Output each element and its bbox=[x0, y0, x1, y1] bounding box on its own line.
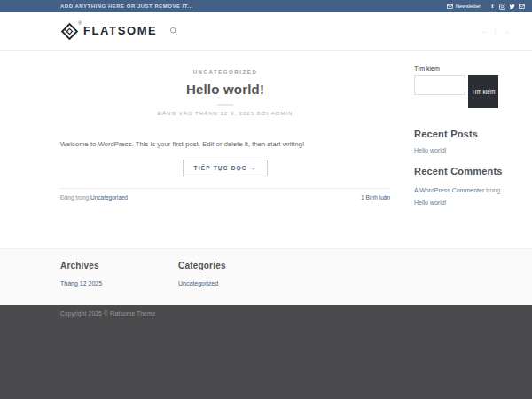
search-input[interactable] bbox=[414, 75, 466, 95]
newsletter-label: Newsletter bbox=[456, 4, 481, 9]
posted-in-category-link[interactable]: Uncategorized bbox=[90, 194, 128, 200]
post-article: UNCATEGORIZED Hello world! ĐĂNG VÀO THÁN… bbox=[60, 59, 390, 248]
comments-link[interactable]: 1 Bình luận bbox=[361, 194, 390, 200]
registered-mark: ® bbox=[78, 20, 82, 26]
facebook-icon[interactable]: f bbox=[489, 4, 496, 10]
footer-categories-widget: Categories Uncategorized bbox=[178, 261, 296, 305]
twitter-icon[interactable] bbox=[509, 4, 515, 10]
post-footer: Đăng trong Uncategorized 1 Bình luận bbox=[60, 188, 390, 200]
instagram-icon[interactable] bbox=[499, 4, 505, 10]
footer-dark-bar: Copyright 2025 © Flatsome Theme bbox=[0, 305, 532, 399]
newsletter-link[interactable]: Newsletter bbox=[447, 4, 481, 9]
archives-link[interactable]: Tháng 12 2025 bbox=[60, 280, 178, 286]
copyright-text: Copyright 2025 © Flatsome Theme bbox=[60, 310, 532, 317]
main-content: UNCATEGORIZED Hello world! ĐĂNG VÀO THÁN… bbox=[0, 51, 532, 248]
comment-post-link[interactable]: Hello world! bbox=[414, 200, 447, 206]
prev-post-arrow-icon[interactable]: ← bbox=[481, 27, 489, 35]
envelope-icon bbox=[447, 4, 453, 9]
categories-link[interactable]: Uncategorized bbox=[178, 280, 296, 286]
site-header: ® FLATSOME ← → bbox=[0, 12, 532, 51]
logo-text: FLATSOME bbox=[83, 21, 157, 40]
recent-posts-title: Recent Posts bbox=[414, 129, 510, 139]
post-category-link[interactable]: UNCATEGORIZED bbox=[193, 69, 258, 74]
read-more-button[interactable]: TIẾP TỤC ĐỌC → bbox=[183, 160, 269, 176]
posted-in: Đăng trong Uncategorized bbox=[60, 194, 128, 200]
recent-comment-item: A WordPress Commenter trong Hello world! bbox=[414, 184, 510, 208]
search-label: Tìm kiếm bbox=[414, 66, 510, 72]
topbar-right-group: Newsletter f bbox=[447, 4, 525, 10]
post-header: UNCATEGORIZED Hello world! ĐĂNG VÀO THÁN… bbox=[60, 59, 390, 116]
social-icons-group: f bbox=[489, 4, 525, 10]
post-meta: ĐĂNG VÀO THÁNG 12 3, 2025 BỞI ADMIN bbox=[60, 111, 390, 116]
top-bar: ADD ANYTHING HERE OR JUST REMOVE IT... N… bbox=[0, 0, 532, 12]
archives-title: Archives bbox=[60, 261, 178, 270]
footer-archives-widget: Archives Tháng 12 2025 bbox=[60, 261, 178, 305]
comment-connector: trong bbox=[486, 187, 500, 193]
categories-title: Categories bbox=[178, 261, 296, 270]
sidebar: Tìm kiếm Tìm kiếm Recent Posts Hello wor… bbox=[414, 59, 510, 248]
header-post-nav: ← → bbox=[481, 27, 510, 36]
readmore-wrap: TIẾP TỤC ĐỌC → bbox=[60, 158, 390, 176]
footer-widgets: Archives Tháng 12 2025 Categories Uncate… bbox=[0, 248, 532, 305]
recent-post-link[interactable]: Hello world! bbox=[414, 147, 510, 153]
topbar-message: ADD ANYTHING HERE OR JUST REMOVE IT... bbox=[60, 4, 193, 9]
post-title[interactable]: Hello world! bbox=[60, 82, 390, 97]
email-icon[interactable] bbox=[519, 4, 525, 10]
flatsome-diamond-icon: ® bbox=[60, 22, 79, 41]
comment-author-link[interactable]: A WordPress Commenter bbox=[414, 187, 484, 193]
title-divider bbox=[217, 104, 233, 106]
site-logo[interactable]: ® FLATSOME bbox=[60, 21, 157, 41]
posted-in-prefix: Đăng trong bbox=[60, 194, 89, 200]
search-form: Tìm kiếm bbox=[414, 75, 510, 108]
search-icon[interactable] bbox=[169, 27, 178, 35]
recent-comments-title: Recent Comments bbox=[414, 166, 510, 176]
next-post-arrow-icon[interactable]: → bbox=[501, 27, 510, 35]
nav-divider bbox=[495, 27, 496, 36]
post-excerpt: Welcome to WordPress. This is your first… bbox=[60, 140, 390, 148]
search-submit-button[interactable]: Tìm kiếm bbox=[468, 75, 498, 108]
